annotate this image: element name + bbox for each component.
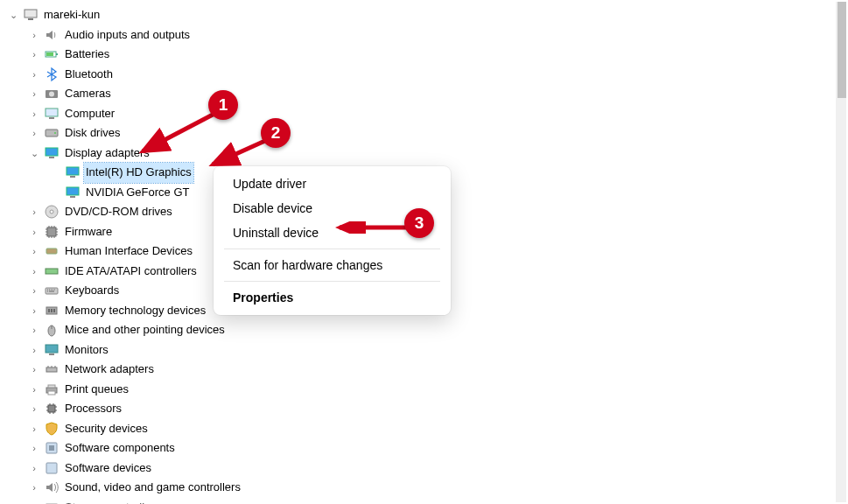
tree-category-bluetooth[interactable]: › Bluetooth [7, 65, 848, 85]
tree-root[interactable]: ⌄ mareki-kun [7, 5, 848, 25]
svg-rect-0 [25, 10, 37, 18]
svg-rect-25 [51, 309, 53, 312]
menu-update-driver[interactable]: Update driver [214, 172, 451, 196]
sound-icon [44, 480, 60, 495]
svg-rect-7 [46, 108, 58, 116]
chevron-down-icon[interactable]: ⌄ [7, 5, 19, 25]
svg-rect-13 [67, 167, 79, 175]
chevron-right-icon[interactable]: › [28, 478, 40, 498]
device-label: NVIDIA GeForce GT [84, 183, 191, 203]
svg-rect-3 [56, 53, 58, 55]
tree-category-display[interactable]: ⌄ Display adapters [7, 144, 848, 164]
category-label: Batteries [63, 45, 111, 65]
category-label: Bluetooth [63, 65, 115, 85]
chevron-right-icon[interactable]: › [28, 222, 40, 242]
bluetooth-icon [44, 66, 60, 82]
chevron-right-icon[interactable]: › [28, 340, 40, 360]
category-label: Computer [63, 104, 116, 124]
tree-category-monitors[interactable]: › Monitors [7, 340, 848, 360]
category-label: Mice and other pointing devices [63, 320, 227, 340]
tree-category-softdev[interactable]: › Software devices [7, 458, 848, 479]
tree-category-network[interactable]: › Network adapters [7, 360, 848, 380]
svg-rect-15 [67, 187, 79, 195]
category-label: Storage controllers [63, 498, 162, 505]
chevron-right-icon[interactable]: › [28, 498, 40, 505]
disk-icon [44, 125, 60, 141]
tree-category-cameras[interactable]: › Cameras [7, 84, 848, 104]
svg-point-6 [49, 92, 54, 97]
annotation-badge-1: 1 [208, 90, 238, 120]
svg-rect-35 [48, 405, 55, 412]
chevron-right-icon[interactable]: › [28, 419, 40, 439]
category-label: Keyboards [63, 281, 121, 301]
chevron-right-icon[interactable]: › [28, 360, 40, 380]
menu-scan-hardware[interactable]: Scan for hardware changes [214, 253, 451, 277]
chevron-right-icon[interactable]: › [28, 45, 40, 65]
tree-category-disk[interactable]: › Disk drives [7, 123, 848, 144]
svg-rect-29 [46, 345, 58, 353]
software-icon [44, 440, 60, 456]
tree-category-softcomp[interactable]: › Software components [7, 438, 848, 458]
chevron-right-icon[interactable]: › [28, 438, 40, 458]
computer-icon [23, 7, 39, 23]
tree-category-sound[interactable]: › Sound, video and game controllers [7, 478, 848, 498]
keyboard-icon [44, 283, 60, 298]
chevron-right-icon[interactable]: › [28, 399, 40, 419]
ide-icon [44, 263, 60, 279]
category-label: Human Interface Devices [63, 242, 194, 262]
tree-category-security[interactable]: › Security devices [7, 419, 848, 439]
software-icon [44, 460, 60, 476]
tree-category-audio[interactable]: › Audio inputs and outputs [7, 25, 848, 46]
chevron-right-icon[interactable]: › [28, 25, 40, 46]
annotation-badge-3: 3 [404, 208, 434, 238]
chevron-right-icon[interactable]: › [28, 320, 40, 340]
chevron-right-icon[interactable]: › [28, 104, 40, 124]
chevron-right-icon[interactable]: › [28, 123, 40, 144]
chevron-right-icon[interactable]: › [28, 380, 40, 400]
chevron-right-icon[interactable]: › [28, 84, 40, 104]
scrollbar-thumb[interactable] [837, 2, 846, 98]
svg-rect-12 [49, 157, 54, 158]
svg-rect-14 [70, 176, 75, 178]
security-icon [44, 421, 60, 437]
tree-category-print[interactable]: › Print queues [7, 380, 848, 400]
chevron-right-icon[interactable]: › [28, 301, 40, 321]
monitor-icon [65, 164, 81, 180]
menu-separator [224, 248, 440, 249]
tree-category-batteries[interactable]: › Batteries [7, 45, 848, 65]
chevron-down-icon[interactable]: ⌄ [28, 144, 40, 164]
hid-icon [44, 243, 60, 259]
svg-rect-30 [49, 354, 54, 355]
chevron-right-icon[interactable]: › [28, 202, 40, 222]
svg-rect-20 [46, 248, 57, 254]
chip-icon [44, 224, 60, 240]
tree-category-computer[interactable]: › Computer [7, 104, 848, 124]
monitor-icon [65, 185, 81, 200]
battery-icon [44, 46, 60, 62]
svg-rect-8 [49, 117, 54, 119]
chevron-right-icon[interactable]: › [28, 262, 40, 282]
tree-category-storage[interactable]: › Storage controllers [7, 498, 848, 505]
memory-icon [44, 303, 60, 318]
svg-rect-16 [70, 196, 75, 198]
category-label: Processors [63, 399, 123, 419]
svg-rect-26 [53, 309, 55, 312]
svg-rect-33 [48, 385, 55, 388]
chevron-right-icon[interactable]: › [28, 281, 40, 301]
chevron-right-icon[interactable]: › [28, 65, 40, 85]
svg-rect-31 [46, 368, 57, 372]
svg-point-18 [50, 210, 53, 214]
printer-icon [44, 382, 60, 397]
chevron-right-icon[interactable]: › [28, 458, 40, 479]
category-label: DVD/CD-ROM drives [63, 202, 174, 222]
chevron-right-icon[interactable]: › [28, 242, 40, 262]
monitor-icon [44, 145, 60, 161]
tree-category-mice[interactable]: › Mice and other pointing devices [7, 320, 848, 340]
category-label: Software components [63, 438, 177, 458]
svg-rect-1 [28, 18, 33, 20]
category-label: Firmware [63, 222, 114, 242]
dvd-icon [44, 204, 60, 220]
svg-rect-11 [46, 148, 58, 156]
tree-category-processors[interactable]: › Processors [7, 399, 848, 419]
menu-properties[interactable]: Properties [214, 285, 451, 310]
